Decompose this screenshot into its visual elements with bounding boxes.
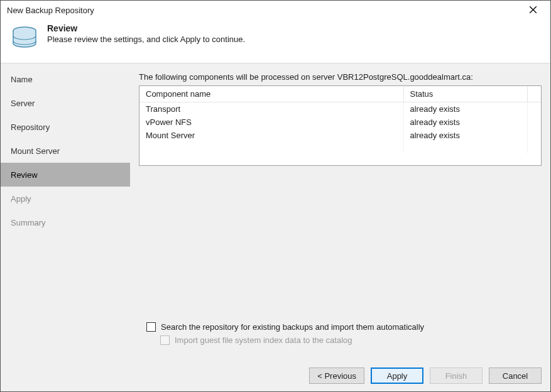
- header-text: Review Please review the settings, and c…: [47, 23, 245, 44]
- titlebar: New Backup Repository: [1, 1, 550, 19]
- cell-status: already exists: [403, 116, 527, 129]
- checkbox-icon: [146, 322, 156, 332]
- sidebar-item-label: Summary: [11, 218, 46, 227]
- sidebar-item-mount-server[interactable]: Mount Server: [1, 139, 130, 163]
- wizard-footer: < Previous Apply Finish Cancel: [1, 360, 550, 391]
- cell-status: already exists: [403, 102, 527, 116]
- col-header-spacer: [527, 86, 541, 102]
- button-label: < Previous: [317, 371, 356, 381]
- table-row: vPower NFS already exists: [139, 116, 541, 129]
- cell-component-name: Transport: [139, 102, 403, 116]
- cell-status: already exists: [403, 129, 527, 142]
- sidebar-item-server[interactable]: Server: [1, 91, 130, 115]
- checkbox-search-repository[interactable]: Search the repository for existing backu…: [146, 322, 542, 332]
- checkbox-import-guest-index: Import guest file system index data to t…: [160, 335, 542, 345]
- sidebar-item-label: Review: [11, 170, 38, 180]
- sidebar-item-label: Repository: [11, 122, 50, 132]
- intro-text: The following components will be process…: [139, 72, 542, 82]
- sidebar-item-label: Apply: [11, 194, 31, 204]
- table-row: Transport already exists: [139, 102, 541, 116]
- button-label: Finish: [445, 371, 467, 381]
- cancel-button[interactable]: Cancel: [489, 368, 542, 384]
- sidebar-item-label: Server: [11, 99, 35, 108]
- sidebar-item-apply[interactable]: Apply: [1, 187, 130, 210]
- checkbox-label: Search the repository for existing backu…: [161, 322, 424, 332]
- wizard-header: Review Please review the settings, and c…: [1, 19, 550, 63]
- sidebar-item-name[interactable]: Name: [1, 67, 130, 91]
- wizard-window: New Backup Repository Review Please revi…: [0, 0, 551, 392]
- wizard-body: Name Server Repository Mount Server Revi…: [1, 63, 550, 360]
- close-icon: [530, 6, 537, 15]
- sidebar-item-summary[interactable]: Summary: [1, 210, 130, 234]
- col-header-name[interactable]: Component name: [139, 86, 403, 102]
- sidebar-item-label: Mount Server: [11, 146, 60, 156]
- cell-component-name: Mount Server: [139, 129, 403, 142]
- button-label: Apply: [387, 371, 408, 381]
- col-header-status[interactable]: Status: [403, 86, 527, 102]
- table-row: Mount Server already exists: [139, 129, 541, 142]
- apply-button[interactable]: Apply: [371, 368, 423, 384]
- window-title: New Backup Repository: [7, 6, 520, 15]
- cell-component-name: vPower NFS: [139, 116, 403, 129]
- button-label: Cancel: [503, 371, 528, 381]
- previous-button[interactable]: < Previous: [309, 368, 364, 384]
- header-subtitle: Please review the settings, and click Ap…: [47, 35, 245, 44]
- components-grid: Component name Status Transport already …: [139, 85, 542, 166]
- finish-button: Finish: [430, 368, 483, 384]
- close-button[interactable]: [520, 1, 545, 19]
- options-panel: Search the repository for existing backu…: [139, 318, 542, 360]
- sidebar-item-repository[interactable]: Repository: [1, 115, 130, 139]
- header-title: Review: [47, 23, 77, 33]
- sidebar-item-label: Name: [11, 75, 33, 84]
- wizard-main: The following components will be process…: [130, 63, 550, 360]
- sidebar-item-review[interactable]: Review: [1, 163, 130, 187]
- checkbox-label: Import guest file system index data to t…: [175, 335, 352, 345]
- wizard-steps: Name Server Repository Mount Server Revi…: [1, 63, 130, 360]
- database-icon: [11, 24, 38, 54]
- checkbox-icon: [160, 335, 170, 345]
